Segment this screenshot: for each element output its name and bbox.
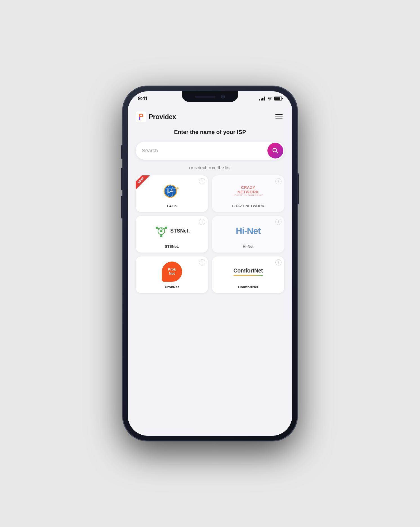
stsnet-logo-area: STSNet.: [140, 220, 204, 242]
isp-name-l4ua: L4.ua: [167, 204, 177, 208]
isp-card-l4ua[interactable]: NEW i: [136, 175, 208, 212]
l4ua-globe-icon: L4 ®: [162, 183, 182, 198]
svg-text:L4: L4: [167, 189, 173, 193]
comfortnet-logo-area: ComfortNet: [216, 260, 280, 283]
info-button-stsnet[interactable]: i: [199, 219, 205, 225]
page-title: Enter the name of your ISP: [136, 129, 284, 135]
power-button: [297, 173, 299, 204]
wifi-icon: [267, 97, 272, 101]
mute-button: [121, 145, 123, 159]
or-select-text: or select from the list: [136, 165, 284, 170]
logo-area: Providex: [136, 111, 176, 122]
crazy-network-brand-text: CRAZY: [241, 185, 255, 190]
isp-name-hinet: Hi-Net: [243, 244, 253, 249]
app-header: Providex: [128, 106, 292, 127]
svg-text:®: ®: [177, 187, 179, 190]
isp-name-crazy-network: CRAZY NETWORK: [232, 204, 264, 208]
info-button-comfortnet[interactable]: i: [275, 259, 282, 265]
volume-up-button: [121, 168, 123, 190]
proknet-bubble-icon: ProkNet: [162, 262, 182, 282]
volume-down-button: [121, 196, 123, 218]
status-time: 9:41: [138, 96, 148, 102]
info-button-crazy-network[interactable]: i: [275, 178, 282, 184]
isp-name-comfortnet: ComfortNet: [238, 285, 258, 289]
hinet-brand-text: Hi-Net: [236, 226, 260, 236]
isp-card-hinet[interactable]: i Hi-Net Hi-Net: [212, 216, 284, 253]
search-icon: [272, 147, 279, 154]
svg-point-11: [156, 227, 158, 229]
stsnet-brand-text: STSNet.: [170, 228, 190, 234]
phone-screen: 9:41: [128, 91, 292, 436]
crazy-network-brand-text2: NETWORK: [238, 190, 259, 194]
svg-line-2: [276, 151, 278, 153]
svg-point-12: [165, 227, 167, 229]
proknet-logo-area: ProkNet: [140, 260, 204, 283]
info-button-hinet[interactable]: i: [275, 219, 282, 225]
search-button[interactable]: [267, 143, 283, 158]
status-icons: [259, 97, 282, 101]
phone-frame: 9:41: [123, 86, 297, 441]
app-logo-text: Providex: [149, 113, 176, 121]
battery-icon: [274, 97, 282, 101]
isp-name-stsnet: STSNet.: [165, 244, 179, 249]
stsnet-icon: [154, 224, 169, 238]
info-button-proknet[interactable]: i: [199, 259, 205, 265]
signal-icon: [259, 97, 265, 101]
speaker: [195, 96, 215, 98]
comfortnet-underline: [233, 275, 263, 276]
app-logo-icon: [136, 111, 146, 122]
isp-name-proknet: ProkNet: [165, 285, 179, 289]
notch: [182, 91, 238, 102]
crazy-network-logo-area: CRAZY NETWORK Інтернет та Телебачення: [216, 179, 280, 202]
isp-grid: NEW i: [136, 175, 284, 293]
info-button-l4ua[interactable]: i: [199, 178, 205, 184]
isp-card-stsnet[interactable]: i: [136, 216, 208, 253]
isp-card-proknet[interactable]: i ProkNet ProkNet: [136, 256, 208, 293]
isp-card-crazy-network[interactable]: i CRAZY NETWORK Інтернет та Телебачення …: [212, 175, 284, 212]
front-camera: [221, 95, 225, 99]
comfortnet-brand-text: ComfortNet: [233, 267, 263, 274]
hinet-logo-area: Hi-Net: [216, 220, 280, 242]
new-badge-label: NEW: [136, 175, 150, 190]
isp-card-comfortnet[interactable]: i ComfortNet ComfortNet: [212, 256, 284, 293]
svg-point-17: [160, 230, 162, 232]
menu-button[interactable]: [274, 113, 284, 121]
app-content: Providex Enter the name of your ISP Sear…: [128, 106, 292, 436]
search-bar[interactable]: Search: [136, 142, 284, 160]
search-input[interactable]: Search: [142, 148, 267, 154]
new-badge: NEW: [136, 175, 151, 191]
crazy-network-sub-text: Інтернет та Телебачення: [233, 194, 263, 196]
phone-body: 9:41: [123, 86, 297, 441]
main-content: Enter the name of your ISP Search or sel…: [128, 127, 292, 293]
